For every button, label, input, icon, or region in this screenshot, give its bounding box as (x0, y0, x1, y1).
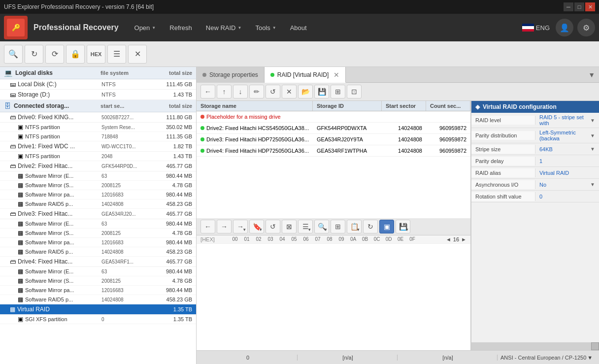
storage-table-header: Storage name Storage ID Start sector Cou… (197, 101, 470, 111)
export-button[interactable]: ⊡ (347, 85, 362, 99)
close-button[interactable]: ✕ (585, 2, 595, 11)
red-dot (200, 115, 204, 119)
refresh-tool-button[interactable]: ↻ (25, 45, 43, 64)
scan-button[interactable]: ⟳ (45, 45, 64, 64)
tab-close-icon[interactable]: ✕ (333, 71, 339, 79)
drive2-part1[interactable]: ▩ Software Mirror (E... 63 980.44 MB (0, 171, 196, 181)
hex-search-btn[interactable]: 🔍▼ (314, 220, 329, 233)
lock-button[interactable]: 🔒 (66, 45, 85, 64)
tab-storage-properties[interactable]: Storage properties (197, 67, 265, 83)
sw-mirror-d3-icon-2: ▩ (18, 230, 23, 236)
col-header-id[interactable]: Storage ID (313, 101, 382, 111)
drive3-part4[interactable]: ▩ Software RAID5 p... 14024808 458.23 GB (0, 247, 196, 257)
menu-open[interactable]: Open ▼ (129, 20, 162, 35)
hex-fullscreen-btn[interactable]: ⊠ (282, 220, 297, 233)
hex-list2-btn[interactable]: ☰▼ (298, 220, 313, 233)
stripe-size-dropdown[interactable]: ▼ (590, 146, 595, 152)
drive4-part3[interactable]: ▩ Software Mirror pa... 12016683 980.44 … (0, 286, 196, 295)
search-button[interactable]: 🔍 (4, 45, 23, 64)
drive4-part1[interactable]: ▩ Software Mirror (E... 63 980.44 MB (0, 267, 196, 276)
storage-d[interactable]: 🖴 Storage (D:) NTFS 1.43 TB (0, 90, 196, 100)
sw-mirror-d4-icon: ▩ (18, 268, 23, 275)
status-encoding[interactable]: ANSI - Central European / CP-1250 ▼ (499, 355, 597, 361)
hex-refresh-btn[interactable]: ↻ (363, 220, 378, 233)
folder-open-button[interactable]: 📂 (298, 85, 313, 99)
async-io-dropdown[interactable]: ▼ (590, 182, 595, 187)
settings-button[interactable]: ⚙ (577, 19, 595, 36)
hex-content (197, 244, 470, 351)
table-row[interactable]: Drive4: Fixed Hitachi HDP725050GLA36... … (197, 145, 470, 157)
drive3-item[interactable]: 🗃 Drive3: Fixed Hitac... GEA534RJ20... 4… (0, 209, 196, 219)
drive4-part2[interactable]: ▩ Software Mirror (S... 2008125 4.78 GB (0, 276, 196, 286)
menu-refresh[interactable]: Refresh (164, 20, 198, 35)
scrollbar-thumb[interactable] (591, 342, 599, 350)
table-row[interactable]: Placeholder for a missing drive (197, 111, 470, 123)
app-title: Professional Recovery (33, 23, 119, 32)
drive-icon: 🗃 (10, 114, 16, 121)
hex-fwd2-btn[interactable]: →▼ (233, 220, 248, 233)
layers-button[interactable]: ⊞ (331, 85, 345, 99)
drive2-part4[interactable]: ▩ Software RAID5 p... 14024808 458.23 GB (0, 199, 196, 209)
hex-bookmark-btn[interactable]: 🔖▼ (249, 220, 264, 233)
hex-fwd-btn[interactable]: → (217, 220, 232, 233)
parity-dist-dropdown[interactable]: ▼ (590, 133, 595, 138)
status-position: 0 (199, 355, 298, 361)
drive1-part1[interactable]: ▣ NTFS partition 2048 1.43 TB (0, 152, 196, 161)
raid-config-scrollbar[interactable] (471, 342, 599, 350)
edit-button[interactable]: ✏ (249, 85, 264, 99)
back-button[interactable]: ← (200, 85, 215, 99)
menu-about[interactable]: About (284, 20, 313, 35)
hex-prev-btn[interactable]: ◄ (446, 236, 451, 242)
language-selector[interactable]: ENG (522, 24, 550, 32)
drive2-part3[interactable]: ▩ Software Mirror pa... 12016683 980.44 … (0, 190, 196, 199)
filter-icon[interactable]: ▼ (588, 71, 595, 79)
drive0-part1[interactable]: ▣ NTFS partition System Rese... 350.02 M… (0, 123, 196, 132)
drive0-part2[interactable]: ▣ NTFS partition 718848 111.35 GB (0, 132, 196, 141)
table-row[interactable]: Drive3: Fixed Hitachi HDP725050GLA36... … (197, 134, 470, 145)
drive0-item[interactable]: 🗃 Drive0: Fixed KING... 50026B7227... 11… (0, 112, 196, 123)
hex-grid-btn[interactable]: ⊞ (331, 220, 345, 233)
title-bar: UFS Explorer Professional Recovery - ver… (0, 0, 599, 14)
col-header-count[interactable]: Count sec... (426, 101, 470, 111)
tab-raid[interactable]: RAID [Virtual RAID] ✕ (265, 67, 346, 83)
new-raid-arrow: ▼ (237, 26, 241, 30)
col-header-start[interactable]: Start sector (382, 101, 426, 111)
local-disk-c[interactable]: 🖴 Local Disk (C:) NTFS 111.45 GB (0, 79, 196, 90)
drive3-part1[interactable]: ▩ Software Mirror (E... 63 980.44 MB (0, 219, 196, 229)
hex-panel-btn[interactable]: ▣ (379, 220, 394, 233)
drive1-item[interactable]: 🗃 Drive1: Fixed WDC ... WD-WCC1T0... 1.8… (0, 141, 196, 152)
drive2-item[interactable]: 🗃 Drive2: Fixed Hitac... GFK544RP0D... 4… (0, 161, 196, 171)
hex-copy-btn[interactable]: 📋▼ (347, 220, 362, 233)
tools-arrow: ▼ (272, 26, 276, 30)
list-button[interactable]: ☰ (107, 45, 126, 64)
raid-level-dropdown[interactable]: ▼ (590, 118, 595, 123)
hex-button[interactable]: HEX (87, 45, 105, 64)
drive3-part3[interactable]: ▩ Software Mirror pa... 12016683 980.44 … (0, 238, 196, 247)
undo-button[interactable]: ↺ (266, 85, 280, 99)
menu-new-raid[interactable]: New RAID ▼ (200, 20, 248, 35)
open-menu-arrow: ▼ (152, 26, 156, 30)
drive2-part2[interactable]: ▩ Software Mirror (S... 2008125 4.78 GB (0, 181, 196, 190)
maximize-button[interactable]: □ (574, 2, 584, 11)
close-tool-button[interactable]: ✕ (128, 45, 147, 64)
drive4-item[interactable]: 🗃 Drive4: Fixed Hitac... GEA534RF1... 46… (0, 257, 196, 267)
table-row[interactable]: Drive2: Fixed Hitachi HCS545050GLA38... … (197, 123, 470, 134)
hex-rotate-btn[interactable]: ↺ (266, 220, 280, 233)
delete-button[interactable]: ✕ (282, 85, 297, 99)
up-button[interactable]: ↑ (217, 85, 232, 99)
tab-bar: Storage properties RAID [Virtual RAID] ✕… (197, 67, 599, 83)
col-header-name[interactable]: Storage name (197, 101, 313, 111)
hex-next-btn[interactable]: ► (461, 236, 466, 242)
sgi-xfs-item[interactable]: ▣ SGI XFS partition 0 1.35 TB (0, 315, 196, 324)
parity-dist-row: Parity distribution Left-Symmetric (back… (471, 128, 599, 143)
hex-back-btn[interactable]: ← (200, 220, 215, 233)
menu-tools[interactable]: Tools ▼ (249, 20, 282, 35)
minimize-button[interactable]: ─ (564, 2, 573, 11)
user-account-button[interactable]: 👤 (556, 19, 573, 36)
save-button[interactable]: 💾 (314, 85, 329, 99)
drive4-part4[interactable]: ▩ Software RAID5 p... 14024808 458.23 GB (0, 295, 196, 304)
hex-save-btn[interactable]: 💾▼ (396, 220, 410, 233)
virtual-raid-item[interactable]: ▩ Virtual RAID 1.35 TB (0, 304, 196, 315)
down-button[interactable]: ↓ (233, 85, 248, 99)
drive3-part2[interactable]: ▩ Software Mirror (S... 2008125 4.78 GB (0, 229, 196, 238)
